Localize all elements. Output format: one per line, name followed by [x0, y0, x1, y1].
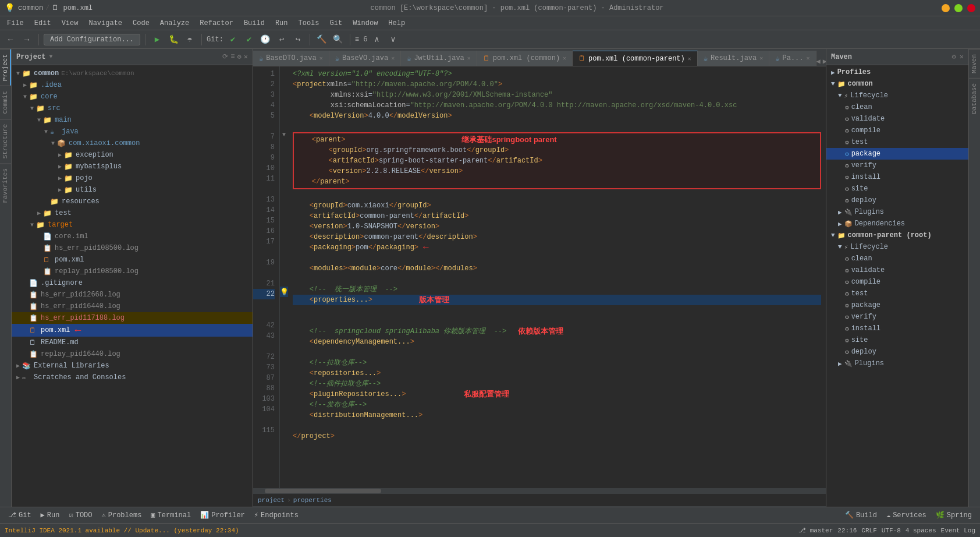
tree-external-libs[interactable]: ▶ 📚 External Libraries: [12, 360, 253, 372]
tab-pom-common[interactable]: 🗒 pom.xml (common) ✕: [477, 51, 573, 66]
menu-analyze[interactable]: Analyze: [155, 18, 194, 29]
toolbar-git[interactable]: ⎇ Git: [5, 510, 35, 521]
minimize-button[interactable]: [942, 4, 950, 12]
toolbar-profiler[interactable]: 📊 Profiler: [197, 510, 248, 521]
settings-icon[interactable]: ⚙: [237, 52, 242, 61]
maven-common-install[interactable]: ⚙ install: [826, 171, 968, 183]
tab-close-jwtutil[interactable]: ✕: [467, 55, 471, 62]
tree-target[interactable]: ▼ 📁 target: [12, 219, 253, 231]
collapse-icon[interactable]: ≡: [230, 52, 235, 61]
left-tab-structure[interactable]: Structure: [0, 119, 11, 163]
toolbar-git-check2[interactable]: ✔: [242, 33, 256, 47]
statusbar-git-branch[interactable]: ⎇ master: [798, 527, 833, 534]
tree-exception[interactable]: ▶ 📁 exception: [12, 149, 253, 161]
maximize-button[interactable]: [954, 4, 963, 12]
menu-view[interactable]: View: [57, 18, 83, 29]
tree-resources[interactable]: 📁 resources: [12, 196, 253, 207]
menu-window[interactable]: Window: [348, 18, 382, 29]
tree-hs-err-12668[interactable]: 📋 hs_err_pid12668.log: [12, 289, 253, 301]
maven-parent-lifecycle[interactable]: ▼ ⚡ Lifecycle: [826, 241, 968, 253]
toolbar-back-btn[interactable]: ←: [3, 33, 17, 47]
tree-java[interactable]: ▼ ☕ java: [12, 126, 253, 137]
tree-utils[interactable]: ▶ 📁 utils: [12, 184, 253, 196]
tree-replay-16440[interactable]: 📋 replay_pid16440.log: [12, 348, 253, 360]
tab-pom-parent[interactable]: 🗒 pom.xml (common-parent) ✕: [573, 51, 698, 66]
tree-gitignore[interactable]: 📄 .gitignore: [12, 277, 253, 289]
tree-pojo[interactable]: ▶ 📁 pojo: [12, 172, 253, 184]
statusbar-encoding[interactable]: UTF-8: [882, 527, 901, 534]
project-tab[interactable]: common: [18, 4, 43, 12]
tab-result[interactable]: ☕ Result.java ✕: [698, 51, 769, 66]
scrollbar-thumb[interactable]: [265, 489, 381, 493]
toolbar-spring[interactable]: 🌿 Spring: [932, 510, 975, 521]
tree-hs-err-16440[interactable]: 📋 hs_err_pid16440.log: [12, 301, 253, 312]
tree-readme[interactable]: 🗒 README.md: [12, 337, 253, 348]
menu-build[interactable]: Build: [239, 18, 269, 29]
toolbar-run-btn[interactable]: ▶: [150, 33, 164, 47]
toolbar-terminal[interactable]: ▣ Terminal: [147, 510, 194, 521]
maven-parent[interactable]: ▼ 📁 common-parent (root): [826, 229, 968, 241]
breadcrumb-project[interactable]: project: [258, 497, 285, 504]
toolbar-debug-btn[interactable]: 🐛: [166, 33, 180, 47]
close-button[interactable]: [967, 4, 975, 12]
toolbar-up-btn[interactable]: ∧: [370, 33, 384, 47]
close-panel-icon[interactable]: ✕: [244, 52, 248, 61]
tree-pom-core[interactable]: 🗒 pom.xml: [12, 254, 253, 266]
maven-common-lifecycle[interactable]: ▼ ⚡ Lifecycle: [826, 90, 968, 101]
left-tab-project[interactable]: Project: [0, 49, 11, 86]
maven-common-package[interactable]: ⚙ package: [826, 148, 968, 160]
maven-common-plugins[interactable]: ▶ 🔌 Plugins: [826, 206, 968, 218]
statusbar-event-log[interactable]: Event Log: [941, 527, 975, 534]
maven-parent-compile[interactable]: ⚙ compile: [826, 276, 968, 288]
toolbar-redo-btn[interactable]: ↪: [291, 33, 305, 47]
toolbar-down-btn[interactable]: ∨: [386, 33, 400, 47]
toolbar-run-config[interactable]: Add Configuration...: [44, 34, 140, 45]
maven-parent-test[interactable]: ⚙ test: [826, 288, 968, 299]
toolbar-todo[interactable]: ☑ TODO: [65, 510, 95, 521]
right-tab-maven[interactable]: Maven: [969, 49, 980, 78]
breadcrumb-properties[interactable]: properties: [293, 497, 332, 504]
statusbar-notification[interactable]: IntelliJ IDEA 2021.1 available // Update…: [5, 527, 239, 534]
left-tab-commit[interactable]: Commit: [0, 86, 11, 119]
tree-hs-err-108500[interactable]: 📋 hs_err_pid108500.log: [12, 242, 253, 254]
menu-help[interactable]: Help: [384, 18, 410, 29]
tab-jwtutil[interactable]: ☕ JwtUtil.java ✕: [401, 51, 477, 66]
menu-navigate[interactable]: Navigate: [84, 18, 127, 29]
toolbar-endpoints[interactable]: ⚡ Endpoints: [251, 510, 302, 521]
toolbar-git-clock[interactable]: 🕐: [258, 33, 272, 47]
maven-parent-clean[interactable]: ⚙ clean: [826, 253, 968, 264]
editor-scroll-left[interactable]: ◀: [816, 57, 821, 66]
menu-refactor[interactable]: Refactor: [195, 18, 238, 29]
tree-core[interactable]: ▼ 📁 core: [12, 91, 253, 103]
maven-parent-install[interactable]: ⚙ install: [826, 323, 968, 334]
tab-basevo[interactable]: ☕ BaseVO.java ✕: [329, 51, 401, 66]
toolbar-coverage-btn[interactable]: ☂: [183, 33, 197, 47]
tree-package[interactable]: ▼ 📦 com.xiaoxi.common: [12, 137, 253, 149]
maven-common-test[interactable]: ⚙ test: [826, 136, 968, 148]
maven-common-verify[interactable]: ⚙ verify: [826, 160, 968, 171]
maven-parent-plugins[interactable]: ▶ 🔌 Plugins: [826, 358, 968, 369]
tree-hs-err-117188[interactable]: 📋 hs_err_pid117188.log: [12, 312, 253, 324]
menu-git[interactable]: Git: [325, 18, 347, 29]
maven-parent-package[interactable]: ⚙ package: [826, 299, 968, 311]
tab-close-pom-common[interactable]: ✕: [563, 55, 566, 62]
tree-core-iml[interactable]: 📄 core.iml: [12, 231, 253, 242]
right-tab-database[interactable]: Database: [969, 78, 980, 119]
editor-content[interactable]: <?xml version="1.0" encoding="UTF-8"?> <…: [288, 66, 826, 488]
tree-mybatisplus[interactable]: ▶ 📁 mybatisplus: [12, 161, 253, 172]
tree-main[interactable]: ▼ 📁 main: [12, 114, 253, 126]
file-tab-title[interactable]: 🗒 pom.xml: [52, 3, 93, 12]
tab-close-result[interactable]: ✕: [759, 55, 763, 62]
tab-close-basedto[interactable]: ✕: [319, 55, 323, 62]
toolbar-fwd-btn[interactable]: →: [20, 33, 34, 47]
toolbar-build-btn[interactable]: 🔨: [315, 33, 329, 47]
menu-code[interactable]: Code: [128, 18, 154, 29]
sync-icon[interactable]: ⟳: [222, 52, 228, 61]
maven-parent-verify[interactable]: ⚙ verify: [826, 311, 968, 323]
tree-test[interactable]: ▶ 📁 test: [12, 207, 253, 219]
toolbar-build[interactable]: 🔨 Build: [841, 510, 880, 521]
tree-pom-root[interactable]: 🗒 pom.xml ←: [12, 324, 253, 337]
left-tab-favorites[interactable]: Favorites: [0, 163, 11, 207]
tab-basedto[interactable]: ☕ BaseDTO.java ✕: [253, 51, 329, 66]
menu-file[interactable]: File: [2, 18, 29, 29]
